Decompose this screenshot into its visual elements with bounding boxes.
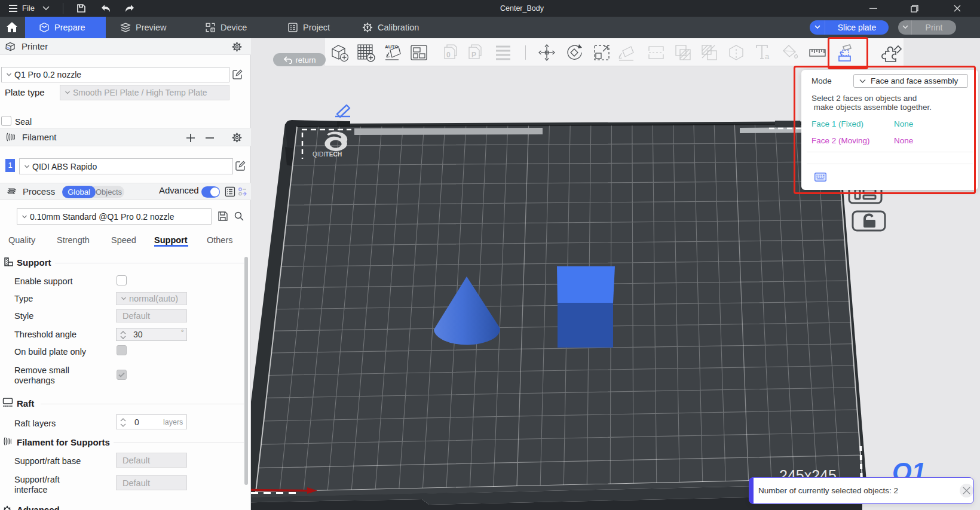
svg-text:AUTO: AUTO [385,44,399,50]
svg-text:QIDITECH: QIDITECH [313,151,342,158]
svg-text:P: P [471,51,476,59]
svg-text:0: 0 [446,51,451,59]
svg-text:a: a [765,52,770,61]
